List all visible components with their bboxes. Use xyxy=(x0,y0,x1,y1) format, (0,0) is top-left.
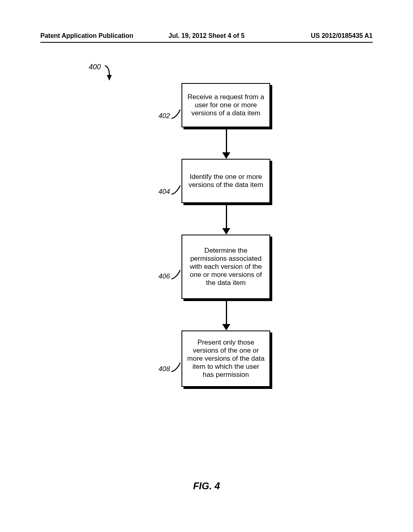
flow-step-text: Receive a request from a user for one or… xyxy=(187,93,265,117)
header-right: US 2012/0185435 A1 xyxy=(262,32,373,39)
flow-step: Determine the permissions associated wit… xyxy=(181,235,270,299)
flowchart-diagram: 400 Receive a request from a user for on… xyxy=(40,59,373,462)
number-connector-icon xyxy=(171,268,182,280)
page-header: Patent Application Publication Jul. 19, … xyxy=(40,32,373,43)
flow-step-text: Identify the one or more versions of the… xyxy=(187,173,265,189)
number-connector-icon xyxy=(171,184,182,195)
flow-step-text: Determine the permissions associated wit… xyxy=(187,247,265,287)
number-connector-icon xyxy=(171,108,182,119)
arrowhead-icon xyxy=(222,324,230,330)
flow-step: Identify the one or more versions of the… xyxy=(181,159,270,203)
flow-arrow xyxy=(226,205,227,229)
page: Patent Application Publication Jul. 19, … xyxy=(0,0,413,532)
flow-step-number: 408 xyxy=(159,365,170,373)
header-center: Jul. 19, 2012 Sheet 4 of 5 xyxy=(151,32,262,39)
arrowhead-icon xyxy=(222,152,230,159)
flow-step-text: Present only those versions of the one o… xyxy=(187,339,265,379)
flowchart-id-arrow-icon xyxy=(103,64,115,84)
flow-step-number: 406 xyxy=(159,272,170,281)
arrowhead-icon xyxy=(222,228,230,235)
figure-label: FIG. 4 xyxy=(0,480,413,492)
flow-step: Receive a request from a user for one or… xyxy=(181,83,270,127)
flowchart-id-label: 400 xyxy=(89,63,101,71)
number-connector-icon xyxy=(171,361,182,372)
flow-arrow xyxy=(226,129,227,153)
flow-step: Present only those versions of the one o… xyxy=(181,330,270,387)
svg-marker-0 xyxy=(107,75,112,81)
flow-step-number: 402 xyxy=(159,112,170,120)
header-left: Patent Application Publication xyxy=(40,32,151,39)
flow-arrow xyxy=(226,301,227,324)
flow-step-number: 404 xyxy=(159,188,170,196)
